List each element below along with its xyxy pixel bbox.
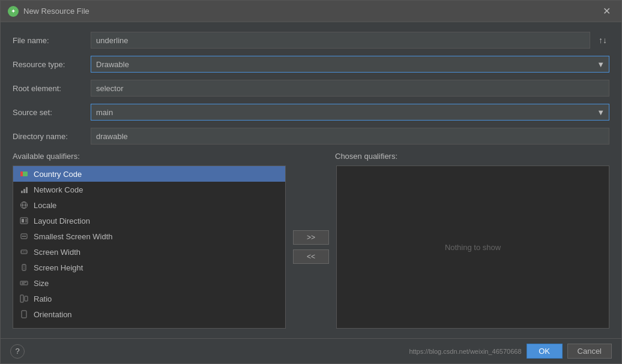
remove-qualifier-button[interactable]: <<: [293, 249, 329, 264]
svg-rect-21: [20, 281, 28, 285]
svg-rect-9: [22, 219, 24, 222]
file-name-label: File name:: [13, 36, 85, 45]
title-bar-left: ✦ New Resource File: [8, 6, 89, 17]
svg-rect-25: [25, 296, 28, 301]
screen-width-icon: [19, 247, 29, 257]
source-set-select[interactable]: main: [91, 104, 609, 121]
qualifier-size[interactable]: Size: [13, 275, 285, 291]
nothing-to-show-text: Nothing to show: [445, 243, 501, 252]
chosen-qualifier-list: Nothing to show: [336, 166, 609, 329]
qualifiers-headers: Available qualifiers: Chosen qualifiers:: [13, 152, 609, 161]
smallest-screen-width-icon: [19, 231, 29, 241]
file-name-row: File name: ↑↓: [13, 32, 609, 49]
svg-rect-4: [26, 187, 28, 193]
qualifier-screen-height[interactable]: Screen Height: [13, 260, 285, 275]
app-icon: ✦: [8, 6, 19, 17]
title-bar: ✦ New Resource File ✕: [1, 1, 621, 22]
resource-type-row: Resource type: Drawable ▼: [13, 56, 609, 73]
qualifier-layout-direction[interactable]: Layout Direction: [13, 213, 285, 228]
screen-height-icon: [19, 263, 29, 272]
size-icon: [19, 278, 29, 288]
qualifier-ratio[interactable]: Ratio: [13, 291, 285, 306]
directory-name-row: Directory name:: [13, 128, 609, 145]
layout-direction-icon: [19, 216, 29, 225]
add-qualifier-button[interactable]: >>: [293, 230, 329, 245]
chosen-qualifiers-label: Chosen qualifiers:: [335, 152, 609, 161]
ratio-icon: [19, 294, 29, 303]
available-label-text: Available qualifiers:: [13, 152, 80, 161]
svg-rect-2: [21, 191, 23, 193]
root-element-label: Root element:: [13, 84, 85, 93]
qualifier-smallest-screen-width-label: Smallest Screen Width: [34, 232, 113, 241]
svg-rect-26: [22, 311, 26, 318]
orientation-icon: [19, 309, 29, 319]
qualifier-screen-width[interactable]: Screen Width: [13, 244, 285, 260]
qualifier-layout-direction-label: Layout Direction: [34, 216, 90, 225]
qualifier-locale-label: Locale: [34, 201, 56, 210]
qualifier-size-label: Size: [34, 279, 49, 288]
qualifiers-section: Available qualifiers: Chosen qualifiers:: [13, 152, 609, 329]
dialog-title: New Resource File: [23, 7, 89, 16]
root-element-row: Root element:: [13, 80, 609, 97]
qualifier-orientation-label: Orientation: [34, 310, 72, 319]
available-qualifiers-label: Available qualifiers:: [13, 152, 287, 161]
qualifier-ratio-label: Ratio: [34, 294, 52, 303]
resource-type-select[interactable]: Drawable: [91, 56, 609, 73]
svg-rect-1: [20, 172, 23, 176]
sort-button[interactable]: ↑↓: [596, 34, 609, 46]
qualifier-smallest-screen-width[interactable]: Smallest Screen Width: [13, 228, 285, 244]
qualifier-locale[interactable]: Locale: [13, 197, 285, 213]
available-qualifiers-panel: Country Code Network Code: [13, 166, 286, 329]
file-name-input[interactable]: [91, 32, 590, 49]
directory-name-input[interactable]: [91, 128, 609, 145]
chosen-qualifiers-panel: Nothing to show: [336, 166, 609, 329]
qualifier-country-code-label: Country Code: [34, 170, 82, 179]
arrows-column: >> <<: [286, 166, 336, 329]
help-button[interactable]: ?: [10, 344, 25, 359]
footer-right: https://blog.csdn.net/weixin_46570668 OK…: [409, 344, 612, 359]
dialog-content: File name: ↑↓ Resource type: Drawable ▼ …: [1, 22, 621, 338]
qualifiers-panels: Country Code Network Code: [13, 166, 609, 329]
qualifier-screen-height-label: Screen Height: [34, 263, 83, 272]
cancel-button[interactable]: Cancel: [567, 344, 612, 359]
source-set-select-wrapper: main ▼: [91, 104, 609, 121]
source-set-label: Source set:: [13, 108, 85, 117]
qualifier-orientation[interactable]: Orientation: [13, 306, 285, 322]
new-resource-file-dialog: ✦ New Resource File ✕ File name: ↑↓ Reso…: [0, 0, 622, 364]
locale-icon: [19, 200, 29, 210]
close-button[interactable]: ✕: [599, 4, 614, 18]
qualifier-country-code[interactable]: Country Code: [13, 166, 285, 182]
svg-rect-3: [23, 189, 25, 193]
available-qualifier-list[interactable]: Country Code Network Code: [13, 166, 286, 329]
network-code-icon: [19, 185, 29, 194]
qualifier-network-code-label: Network Code: [34, 185, 83, 194]
chosen-label-text: Chosen qualifiers:: [335, 152, 397, 161]
url-text: https://blog.csdn.net/weixin_46570668: [409, 348, 521, 355]
qualifier-network-code[interactable]: Network Code: [13, 182, 285, 197]
dialog-footer: ? https://blog.csdn.net/weixin_46570668 …: [1, 338, 621, 363]
country-code-icon: [19, 169, 29, 179]
resource-type-select-wrapper: Drawable ▼: [91, 56, 609, 73]
root-element-input[interactable]: [91, 80, 609, 97]
svg-rect-24: [20, 295, 23, 302]
ok-button[interactable]: OK: [527, 344, 563, 359]
qualifier-screen-width-label: Screen Width: [34, 248, 80, 257]
directory-name-label: Directory name:: [13, 132, 85, 141]
resource-type-label: Resource type:: [13, 60, 85, 69]
source-set-row: Source set: main ▼: [13, 104, 609, 121]
